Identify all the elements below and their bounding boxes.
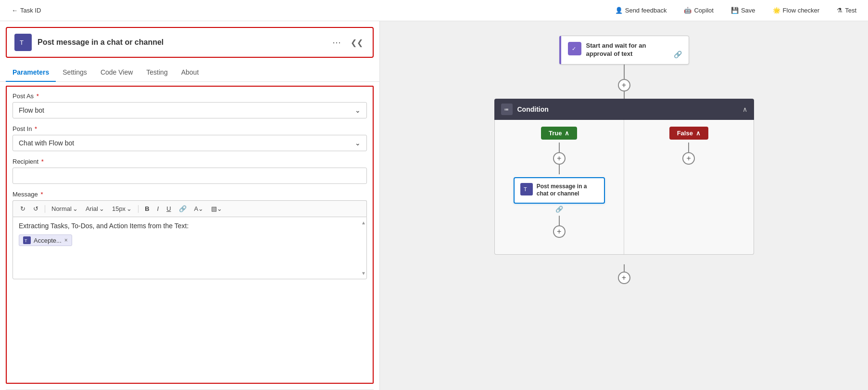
style-select[interactable]: Normal ⌄ [49, 204, 80, 214]
approval-title: Start and wait for an approval of text [586, 42, 669, 58]
connector-line [624, 65, 625, 79]
link-button[interactable]: 🔗 [176, 204, 189, 214]
rte-text: Extracting Tasks, To-Dos, and Action Ite… [19, 222, 361, 230]
font-select[interactable]: Arial ⌄ [83, 204, 107, 214]
italic-button[interactable]: I [155, 204, 162, 214]
recipient-label: Recipient * [13, 158, 367, 165]
chevron-down-icon: ⌄ [99, 205, 104, 212]
post-in-field-group: Post In * Chat with Flow bot ⌄ [13, 125, 367, 151]
topbar-right: 👤 Send feedback 🤖 Copilot 💾 Save 🌟 Flow … [611, 5, 860, 16]
connector-line [624, 264, 625, 272]
branch-connector-bottom: + [553, 216, 566, 238]
post-teams-icon: T [522, 185, 531, 194]
size-select[interactable]: 15px ⌄ [110, 204, 134, 214]
required-indicator: * [35, 125, 37, 132]
rte-toolbar: ↻ ↺ Normal ⌄ Arial ⌄ 15px [13, 200, 367, 217]
post-card-title: Post message in a chat or channel [537, 183, 598, 198]
undo-button[interactable]: ↻ [18, 204, 28, 214]
bold-button[interactable]: B [142, 204, 151, 214]
svg-text:T: T [25, 238, 27, 243]
rte-tag[interactable]: T Accepte... × [19, 234, 72, 246]
false-chevron-icon: ∧ [696, 130, 701, 137]
tag-label: Accepte... [34, 237, 62, 244]
tab-code-view[interactable]: Code View [94, 64, 139, 82]
link-icon: 🔗 [179, 205, 187, 212]
action-icon: T [14, 34, 32, 51]
back-arrow-icon: ← [12, 7, 18, 14]
required-indicator: * [40, 191, 43, 198]
connector-1: + [618, 65, 630, 99]
right-panel: ✓ Start and wait for an approval of text… [380, 21, 868, 390]
action-header-right: ⋯ ❮❮ [330, 35, 365, 50]
topbar: ← Task ID 👤 Send feedback 🤖 Copilot 💾 Sa… [0, 0, 868, 21]
svg-text:≔: ≔ [504, 107, 509, 112]
scroll-down-icon[interactable]: ▼ [361, 271, 366, 276]
tab-parameters[interactable]: Parameters [6, 64, 56, 82]
recipient-input[interactable] [13, 168, 367, 184]
post-in-select[interactable]: Chat with Flow bot ⌄ [13, 135, 367, 151]
test-button[interactable]: ⚗ Test [833, 5, 860, 16]
message-label: Message * [13, 191, 367, 198]
underline-button[interactable]: U [164, 204, 173, 214]
condition-header: ≔ Condition ∧ [494, 99, 754, 120]
copilot-button[interactable]: 🤖 Copilot [680, 5, 717, 16]
rte-body[interactable]: Extracting Tasks, To-Dos, and Action Ite… [13, 217, 367, 279]
post-as-select[interactable]: Flow bot ⌄ [13, 102, 367, 118]
scroll-up-icon[interactable]: ▲ [361, 220, 366, 225]
topbar-left: ← Task ID [8, 5, 45, 16]
chevron-down-icon: ⌄ [126, 205, 132, 212]
true-label[interactable]: True ∧ [541, 127, 577, 140]
tab-settings[interactable]: Settings [56, 64, 94, 82]
font-color-button[interactable]: A⌄ [192, 204, 206, 214]
tag-close-button[interactable]: × [64, 237, 68, 244]
flow-checker-button[interactable]: 🌟 Flow checker [769, 5, 824, 16]
form-body: Post As * Flow bot ⌄ Post In * Chat with… [6, 86, 374, 384]
more-options-button[interactable]: ⋯ [330, 35, 344, 50]
add-after-post-button[interactable]: + [553, 225, 566, 238]
separator [138, 205, 138, 213]
redo-icon: ↺ [33, 205, 38, 212]
approval-content: Start and wait for an approval of text [586, 42, 669, 58]
approval-icon: ✓ [568, 42, 581, 55]
action-title: Post message in a chat or channel [38, 38, 164, 47]
canvas: ✓ Start and wait for an approval of text… [380, 21, 868, 390]
highlight-icon: ▧⌄ [211, 205, 222, 212]
add-step-button[interactable]: + [618, 79, 630, 91]
highlight-button[interactable]: ▧⌄ [209, 204, 225, 214]
false-label[interactable]: False ∧ [669, 127, 708, 140]
font-color-icon: A⌄ [194, 205, 204, 212]
teams-icon: T [18, 38, 28, 47]
approval-card[interactable]: ✓ Start and wait for an approval of text… [559, 36, 689, 65]
chevron-left-icon: ❮❮ [351, 38, 363, 47]
svg-text:T: T [20, 39, 24, 46]
branch-line [559, 165, 560, 174]
add-bottom-step-button[interactable]: + [618, 272, 630, 284]
post-as-label: Post As * [13, 92, 367, 100]
redo-button[interactable]: ↺ [31, 204, 41, 214]
separator [45, 205, 45, 213]
branch-line [688, 143, 689, 152]
send-feedback-button[interactable]: 👤 Send feedback [611, 5, 671, 16]
condition-body: True ∧ + [494, 120, 754, 255]
topbar-title: Task ID [20, 7, 41, 14]
condition-chevron-icon[interactable]: ∧ [742, 105, 747, 113]
branch-false: False ∧ + [624, 120, 754, 254]
chevron-down-icon: ⌄ [73, 205, 78, 212]
tab-about[interactable]: About [175, 64, 206, 82]
recipient-field-group: Recipient * [13, 158, 367, 184]
branch-true: True ∧ + [495, 120, 625, 254]
save-button[interactable]: 💾 Save [727, 5, 759, 16]
tab-testing[interactable]: Testing [139, 64, 174, 82]
back-button[interactable]: ← Task ID [8, 5, 45, 16]
post-card-link-icon: 🔗 [555, 206, 563, 213]
post-message-card[interactable]: T Post message in a chat or channel [514, 177, 605, 204]
add-true-step-button[interactable]: + [553, 152, 566, 165]
approval-svg: ✓ [570, 44, 579, 53]
chevron-down-icon: ⌄ [355, 106, 361, 114]
condition-block: ≔ Condition ∧ True ∧ [494, 99, 754, 255]
rte-scrollbar[interactable]: ▲ ▼ [362, 218, 365, 278]
chevron-down-icon: ⌄ [355, 139, 361, 147]
collapse-button[interactable]: ❮❮ [349, 36, 365, 49]
condition-icon: ≔ [501, 104, 513, 115]
add-false-step-button[interactable]: + [682, 152, 695, 165]
